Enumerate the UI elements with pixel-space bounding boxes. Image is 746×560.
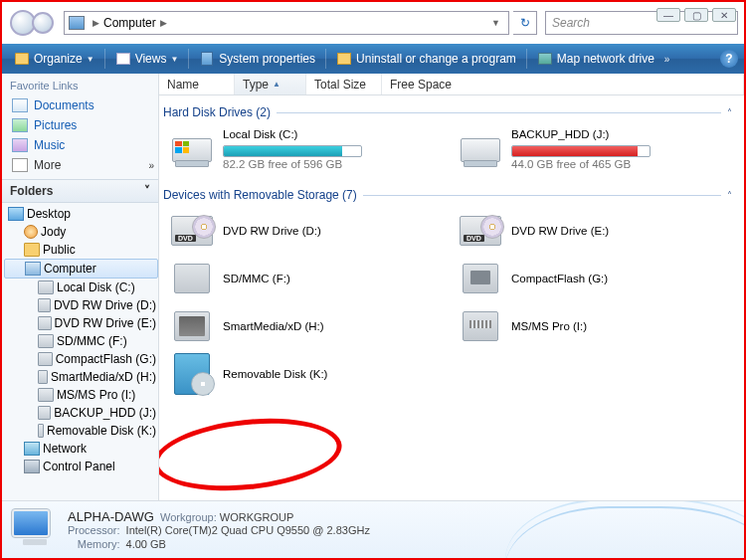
drive-name: Removable Disk (K:) xyxy=(223,367,327,382)
forward-button[interactable] xyxy=(32,12,54,34)
collapse-group-icon[interactable]: ˄ xyxy=(727,107,732,118)
group-hdd[interactable]: Hard Disk Drives (2) ˄ xyxy=(163,99,736,123)
drive-h[interactable]: SmartMedia/xD (H:) xyxy=(167,303,444,349)
tree-label: BACKUP_HDD (J:) xyxy=(54,404,156,422)
col-free-space[interactable]: Free Space xyxy=(382,74,744,94)
command-bar: Organize ▼ Views ▼ System properties Uni… xyxy=(2,44,744,74)
favorite-label: Music xyxy=(34,138,65,152)
drive-name: MS/MS Pro (I:) xyxy=(511,319,587,334)
favorite-music[interactable]: Music xyxy=(8,135,158,155)
close-button[interactable]: ✕ xyxy=(712,8,736,22)
computer-icon xyxy=(12,509,58,551)
drive-icon xyxy=(38,370,48,384)
group-rule xyxy=(363,195,721,196)
explorer-window: — ▢ ✕ ▶ Computer ▶ ▼ ↻ Search Organize ▼ xyxy=(0,0,746,560)
favorite-more[interactable]: More» xyxy=(8,155,158,175)
tree-label: SmartMedia/xD (H:) xyxy=(51,368,156,386)
drive-icon xyxy=(38,316,52,330)
tree-desktop[interactable]: Desktop xyxy=(4,205,158,223)
address-bar[interactable]: ▶ Computer ▶ ▼ xyxy=(64,11,509,35)
chevron-right-icon[interactable]: ▶ xyxy=(156,18,171,28)
views-label: Views xyxy=(135,52,167,66)
favorite-documents[interactable]: Documents xyxy=(8,95,158,115)
tree-label: Network xyxy=(43,440,87,458)
tree-drive[interactable]: BACKUP_HDD (J:) xyxy=(4,404,158,422)
pictures-icon xyxy=(12,118,28,132)
tree-control-panel[interactable]: Control Panel xyxy=(4,458,158,475)
organize-label: Organize xyxy=(34,52,83,66)
tree-computer[interactable]: Computer xyxy=(4,259,158,279)
tree-drive[interactable]: SmartMedia/xD (H:) xyxy=(4,368,158,386)
drive-j[interactable]: BACKUP_HDD (J:) 44.0 GB free of 465 GB xyxy=(456,125,732,174)
tree-drive[interactable]: MS/MS Pro (I:) xyxy=(4,386,158,404)
views-button[interactable]: Views ▼ xyxy=(109,49,185,69)
tree-drive[interactable]: DVD RW Drive (D:) xyxy=(4,296,158,314)
tree-user[interactable]: Jody xyxy=(4,223,158,241)
processor-label: Processor: xyxy=(68,524,120,536)
window-controls: — ▢ ✕ xyxy=(656,8,736,22)
memory-value: 4.00 GB xyxy=(126,538,370,550)
tree-drive[interactable]: Removable Disk (K:) xyxy=(4,422,158,440)
tree-drive[interactable]: DVD RW Drive (E:) xyxy=(4,314,158,332)
uninstall-icon xyxy=(336,51,352,67)
minimize-button[interactable]: — xyxy=(656,8,680,22)
cf-card-icon xyxy=(458,258,503,299)
map-network-icon xyxy=(537,51,553,67)
maximize-button[interactable]: ▢ xyxy=(684,8,708,22)
separator xyxy=(188,49,189,69)
drive-e[interactable]: DVDDVD RW Drive (E:) xyxy=(456,208,732,254)
uninstall-button[interactable]: Uninstall or change a program xyxy=(330,49,522,69)
breadcrumb-computer[interactable]: Computer xyxy=(103,16,156,30)
tree-public[interactable]: Public xyxy=(4,241,158,259)
drive-c[interactable]: Local Disk (C:) 82.2 GB free of 596 GB xyxy=(167,125,444,174)
views-icon xyxy=(115,51,131,67)
chevron-down-icon: ˅ xyxy=(144,184,150,198)
favorite-pictures[interactable]: Pictures xyxy=(8,115,158,135)
col-name[interactable]: Name xyxy=(159,74,235,94)
drive-i[interactable]: MS/MS Pro (I:) xyxy=(456,303,732,349)
folders-header-label: Folders xyxy=(10,184,53,198)
decorative-streaks xyxy=(525,500,744,558)
group-removable[interactable]: Devices with Removable Storage (7) ˄ xyxy=(163,182,736,206)
col-type[interactable]: Type▲ xyxy=(235,74,306,94)
drive-name: DVD RW Drive (D:) xyxy=(223,224,321,239)
sort-asc-icon: ▲ xyxy=(273,80,280,89)
tree-label: DVD RW Drive (D:) xyxy=(54,296,156,314)
drive-f[interactable]: SD/MMC (F:) xyxy=(167,256,444,301)
workgroup-label: Workgroup: xyxy=(160,511,217,523)
help-button[interactable]: ? xyxy=(720,50,738,68)
hdd-icon xyxy=(458,129,503,171)
xd-card-icon xyxy=(169,305,215,347)
drive-name: SD/MMC (F:) xyxy=(223,272,290,286)
usage-bar xyxy=(223,145,362,157)
drive-icon xyxy=(38,406,51,420)
folders-header[interactable]: Folders ˅ xyxy=(2,179,158,203)
folder-icon xyxy=(24,243,40,257)
tree-drive[interactable]: Local Disk (C:) xyxy=(4,279,158,296)
tree-label: Computer xyxy=(44,260,96,278)
system-properties-button[interactable]: System properties xyxy=(193,49,321,69)
content-area: Hard Disk Drives (2) ˄ Local Disk (C:) 8… xyxy=(159,95,744,500)
organize-button[interactable]: Organize ▼ xyxy=(8,49,100,69)
favorite-label: Documents xyxy=(34,98,94,112)
chevron-right-icon[interactable]: ▶ xyxy=(89,18,103,28)
refresh-button[interactable]: ↻ xyxy=(513,11,537,35)
collapse-group-icon[interactable]: ˄ xyxy=(727,190,732,201)
chevron-down-icon[interactable]: ▼ xyxy=(487,18,504,28)
ms-card-icon xyxy=(458,305,503,347)
drive-d[interactable]: DVDDVD RW Drive (D:) xyxy=(167,208,444,254)
more-commands-button[interactable]: » xyxy=(664,54,670,65)
tree-drive[interactable]: SD/MMC (F:) xyxy=(4,332,158,350)
tree-label: Control Panel xyxy=(43,458,115,475)
body: Favorite Links Documents Pictures Music … xyxy=(2,74,744,500)
hdd-icon xyxy=(169,129,215,171)
documents-icon xyxy=(12,98,28,112)
col-total-size[interactable]: Total Size xyxy=(306,74,382,94)
details-pane: ALPHA-DAWG Workgroup: WORKGROUP Processo… xyxy=(2,500,744,558)
drive-g[interactable]: CompactFlash (G:) xyxy=(456,256,732,301)
nav-buttons xyxy=(10,10,54,36)
tree-drive[interactable]: CompactFlash (G:) xyxy=(4,350,158,368)
map-network-drive-button[interactable]: Map network drive xyxy=(531,49,660,69)
drive-k[interactable]: Removable Disk (K:) xyxy=(167,351,444,397)
tree-network[interactable]: Network xyxy=(4,440,158,458)
